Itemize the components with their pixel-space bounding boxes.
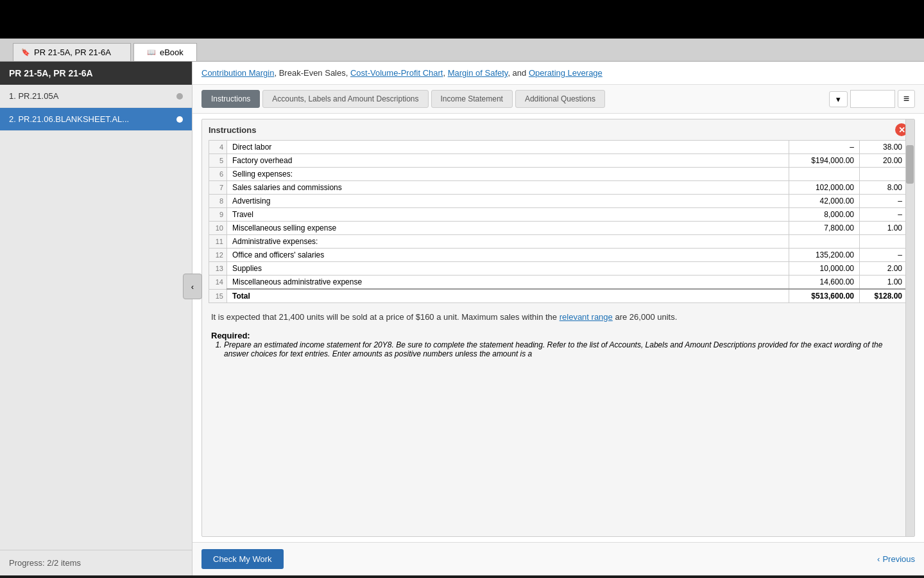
table-row: 5 Factory overhead $194,000.00 20.00: [209, 154, 908, 168]
row-amount: 42,000.00: [789, 195, 860, 208]
dropdown-button[interactable]: ▾: [829, 91, 848, 107]
row-num: 6: [209, 168, 227, 181]
row-per-unit: 20.00: [860, 154, 908, 168]
table-row: 7 Sales salaries and commissions 102,000…: [209, 181, 908, 195]
row-label: Office and officers' salaries: [227, 249, 789, 262]
row-num: 11: [209, 235, 227, 249]
row-label: Selling expenses:: [227, 168, 789, 181]
relevant-range-link[interactable]: relevant range: [560, 312, 613, 322]
row-per-unit: 1.00: [860, 222, 908, 235]
row-amount: [789, 168, 860, 181]
body-text-1: It is expected that 21,400 units will be…: [211, 312, 557, 322]
row-amount: $513,600.00: [789, 289, 860, 303]
table-row: 6 Selling expenses:: [209, 168, 908, 181]
instructions-panel: Instructions ✕ 4 Direct labor – 38.00 5 …: [201, 119, 915, 537]
table-row: 8 Advertising 42,000.00 –: [209, 195, 908, 208]
row-per-unit: $128.00: [860, 289, 908, 303]
sidebar: PR 21-5A, PR 21-6A 1. PR.21.05A 2. PR.21…: [0, 62, 193, 575]
sidebar-item-1-dot: [176, 93, 183, 100]
row-num: 7: [209, 181, 227, 195]
row-label: Total: [227, 289, 789, 303]
row-amount: 10,000.00: [789, 262, 860, 276]
row-per-unit: 38.00: [860, 141, 908, 154]
sep1: , Break-Even Sales,: [274, 68, 350, 78]
contribution-margin-link[interactable]: Contribution Margin: [201, 68, 274, 78]
content-area: Contribution Margin, Break-Even Sales, C…: [193, 62, 924, 575]
row-num: 15: [209, 289, 227, 303]
tab-instructions[interactable]: Instructions: [201, 90, 260, 108]
content-header: Contribution Margin, Break-Even Sales, C…: [193, 62, 924, 85]
tab-accounts[interactable]: Accounts, Labels and Amount Descriptions: [262, 90, 428, 108]
row-label: Administrative expenses:: [227, 235, 789, 249]
lines-button[interactable]: ≡: [898, 90, 915, 108]
row-label: Direct labor: [227, 141, 789, 154]
operating-leverage-link[interactable]: Operating Leverage: [529, 68, 603, 78]
row-amount: 102,000.00: [789, 181, 860, 195]
row-per-unit: [860, 235, 908, 249]
row-per-unit: 8.00: [860, 181, 908, 195]
row-per-unit: 1.00: [860, 276, 908, 290]
row-num: 12: [209, 249, 227, 262]
tab-pr[interactable]: 🔖 PR 21-5A, PR 21-6A: [13, 43, 131, 61]
row-amount: 135,200.00: [789, 249, 860, 262]
sep3: , and: [508, 68, 529, 78]
required-item-1: Prepare an estimated income statement fo…: [224, 340, 905, 358]
tab-additional-questions[interactable]: Additional Questions: [515, 90, 605, 108]
margin-safety-link[interactable]: Margin of Safety: [448, 68, 508, 78]
table-row: 13 Supplies 10,000.00 2.00: [209, 262, 908, 276]
required-section: Required: Prepare an estimated income st…: [202, 331, 914, 365]
progress-label: Progress:: [9, 558, 45, 568]
table-row: 11 Administrative expenses:: [209, 235, 908, 249]
required-label: Required:: [211, 331, 905, 340]
row-per-unit: –: [860, 195, 908, 208]
previous-label: Previous: [882, 554, 915, 564]
tab-ebook-label: eBook: [160, 48, 184, 57]
row-amount: $194,000.00: [789, 154, 860, 168]
page-number-input[interactable]: [850, 90, 895, 108]
row-per-unit: [860, 168, 908, 181]
table-row: 9 Travel 8,000.00 –: [209, 208, 908, 222]
row-label: Supplies: [227, 262, 789, 276]
sidebar-item-2[interactable]: 2. PR.21.06.BLANKSHEET.AL...: [0, 108, 192, 131]
row-per-unit: 2.00: [860, 262, 908, 276]
previous-button[interactable]: ‹ Previous: [877, 554, 915, 564]
row-num: 10: [209, 222, 227, 235]
instructions-title: Instructions: [209, 125, 256, 135]
row-label: Sales salaries and commissions: [227, 181, 789, 195]
cvp-chart-link[interactable]: Cost-Volume-Profit Chart: [350, 68, 443, 78]
chevron-left-icon: ‹: [191, 282, 194, 292]
tab-ebook[interactable]: 📖 eBook: [133, 43, 197, 61]
row-label: Travel: [227, 208, 789, 222]
check-work-button[interactable]: Check My Work: [201, 549, 284, 569]
row-num: 9: [209, 208, 227, 222]
row-per-unit: –: [860, 208, 908, 222]
progress-value: 2/2 items: [47, 558, 81, 568]
sidebar-item-1[interactable]: 1. PR.21.05A: [0, 85, 192, 108]
row-num: 5: [209, 154, 227, 168]
row-num: 8: [209, 195, 227, 208]
panel-scrollable-content[interactable]: 4 Direct labor – 38.00 5 Factory overhea…: [202, 140, 914, 416]
sidebar-item-1-label: 1. PR.21.05A: [9, 91, 58, 101]
row-amount: 8,000.00: [789, 208, 860, 222]
instruction-tabs-bar: Instructions Accounts, Labels and Amount…: [193, 85, 924, 114]
content-bottom-bar: Check My Work ‹ Previous: [193, 542, 924, 575]
table-row: 15 Total $513,600.00 $128.00: [209, 289, 908, 303]
table-row: 10 Miscellaneous selling expense 7,800.0…: [209, 222, 908, 235]
row-label: Factory overhead: [227, 154, 789, 168]
tab-income-statement[interactable]: Income Statement: [431, 90, 513, 108]
instructions-table: 4 Direct labor – 38.00 5 Factory overhea…: [209, 140, 908, 303]
top-bar: [0, 0, 924, 39]
sidebar-toggle[interactable]: ‹: [183, 274, 202, 299]
sidebar-footer: Progress: 2/2 items: [0, 550, 192, 575]
row-amount: [789, 235, 860, 249]
row-num: 13: [209, 262, 227, 276]
scrollbar-thumb[interactable]: [906, 145, 914, 184]
row-label: Miscellaneous selling expense: [227, 222, 789, 235]
row-amount: –: [789, 141, 860, 154]
instructions-panel-header: Instructions ✕: [202, 119, 914, 140]
tab-pr-label: PR 21-5A, PR 21-6A: [34, 48, 111, 57]
sep2: ,: [443, 68, 447, 78]
scrollbar-track[interactable]: [905, 119, 914, 536]
row-num: 4: [209, 141, 227, 154]
row-per-unit: –: [860, 249, 908, 262]
